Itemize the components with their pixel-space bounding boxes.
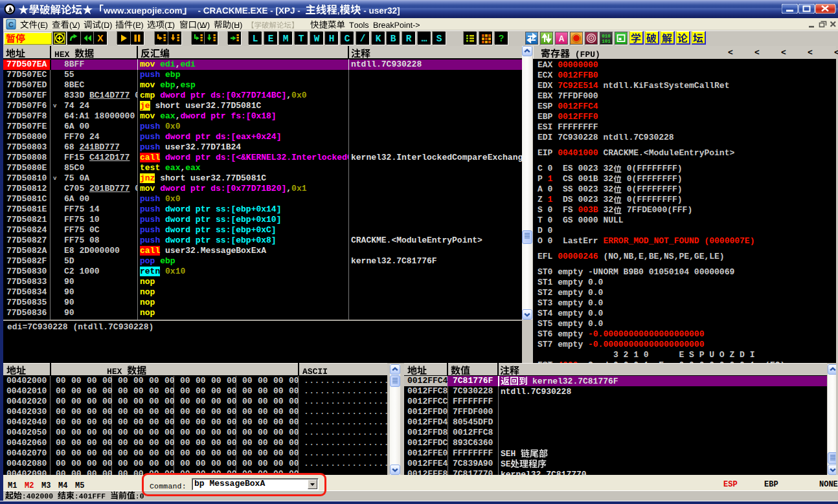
svg-text:H: H (329, 34, 335, 44)
svg-text:S: S (436, 34, 442, 44)
svg-text:B: B (391, 34, 396, 44)
svg-text:W: W (314, 34, 320, 44)
svg-text:A: A (559, 34, 565, 43)
svg-text:M: M (283, 34, 289, 44)
svg-text:E: E (268, 34, 274, 44)
svg-text:T: T (299, 34, 304, 44)
svg-text:L: L (253, 34, 258, 44)
svg-text:R: R (406, 34, 412, 44)
svg-text:K: K (376, 34, 381, 44)
svg-text:?: ? (499, 33, 504, 43)
svg-text:…: … (422, 34, 427, 44)
svg-text:C: C (8, 21, 14, 28)
svg-text:/: / (360, 34, 366, 44)
svg-text:C: C (345, 34, 350, 44)
svg-text:101: 101 (602, 39, 611, 44)
svg-text:X: X (97, 33, 104, 43)
